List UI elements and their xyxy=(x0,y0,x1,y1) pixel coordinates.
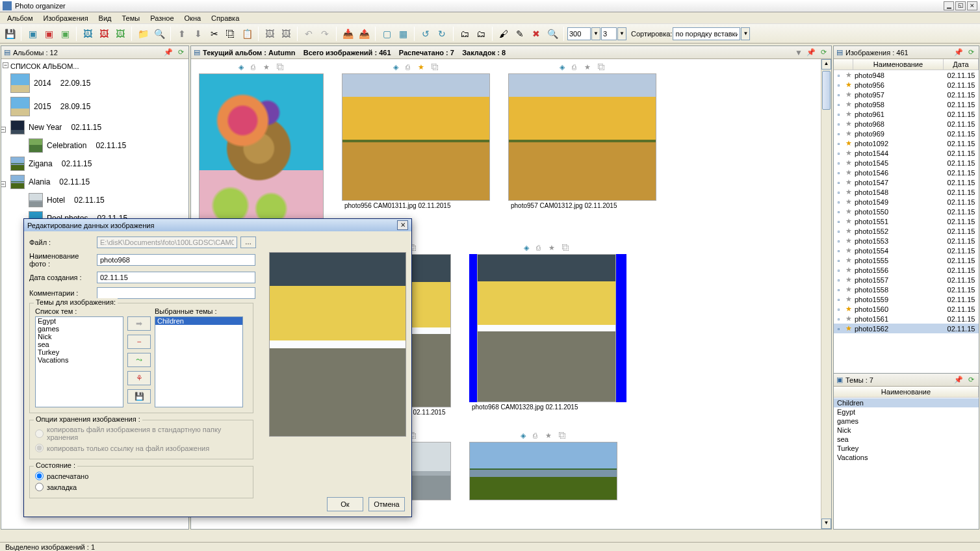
image-list-row[interactable]: ▫★photo96102.11.15 xyxy=(834,109,979,119)
browse-button[interactable]: … xyxy=(240,237,256,248)
image-list-row[interactable]: ▫★photo95702.11.15 xyxy=(834,90,979,99)
save-icon[interactable]: 💾 xyxy=(2,26,18,42)
star-icon[interactable]: ★ xyxy=(844,159,853,167)
image-list-row[interactable]: ▫★photo155202.11.15 xyxy=(834,226,979,236)
image-list-row[interactable]: ▫★photo156202.11.15 xyxy=(834,324,979,333)
image-list-row[interactable]: ▫★photo154702.11.15 xyxy=(834,177,979,187)
brush-icon[interactable]: 🖌 xyxy=(496,26,511,42)
image-add-icon[interactable]: 🖼 xyxy=(80,26,96,42)
image-list-row[interactable]: ▫★photo156102.11.15 xyxy=(834,314,979,324)
window-max-icon[interactable]: ◱ xyxy=(955,1,966,10)
theme-row[interactable]: Egypt xyxy=(834,407,979,416)
theme-row[interactable]: Children xyxy=(834,398,979,407)
sort-dd-icon[interactable]: ▼ xyxy=(741,27,750,40)
album-item[interactable]: Hotel02.11.15 xyxy=(27,191,188,209)
name-field[interactable] xyxy=(97,254,255,266)
image-list-row[interactable]: ▫★photo154802.11.15 xyxy=(834,187,979,197)
rotate-right-icon[interactable]: ↻ xyxy=(434,26,450,42)
eraser-icon[interactable]: ✖ xyxy=(528,26,544,42)
image-list-row[interactable]: ▫★photo155402.11.15 xyxy=(834,246,979,255)
pin-icon[interactable]: 📌 xyxy=(806,48,816,57)
star-icon[interactable]: ★ xyxy=(844,139,853,147)
star-icon[interactable]: ★ xyxy=(844,305,853,313)
layer-back-icon[interactable]: 🗂 xyxy=(473,26,489,42)
image-edit-icon[interactable]: 🖼 xyxy=(112,26,128,42)
theme-row[interactable]: Turkey xyxy=(834,444,979,453)
pin-icon[interactable]: 📌 xyxy=(953,48,964,57)
thumbnail-card[interactable]: ◈ ⎙ ★ ⿻photo968 CAM01328.jpg 02.11.2015 xyxy=(468,242,628,418)
theme-row[interactable]: Nick xyxy=(834,426,979,435)
cancel-button[interactable]: Отмена xyxy=(368,497,405,511)
themes-col-name[interactable]: Наименование xyxy=(834,387,979,397)
image-list-row[interactable]: ▫★photo155302.11.15 xyxy=(834,236,979,246)
star-icon[interactable]: ★ xyxy=(844,81,853,89)
star-icon[interactable]: ★ xyxy=(844,276,853,284)
undo-icon[interactable]: ↶ xyxy=(301,26,316,42)
redo-icon[interactable]: ↷ xyxy=(317,26,333,42)
image-list-row[interactable]: ▫★photo155102.11.15 xyxy=(834,216,979,226)
cut-icon[interactable]: ✂ xyxy=(207,26,222,42)
remove-theme-button[interactable]: − xyxy=(127,335,151,349)
menu-themes[interactable]: Темы xyxy=(117,14,146,23)
paste-icon[interactable]: 📋 xyxy=(239,26,255,42)
scrollbar[interactable]: ▲ ▼ xyxy=(821,59,831,529)
refresh-icon[interactable]: ⟳ xyxy=(966,48,976,57)
move-down-icon[interactable]: ⬇ xyxy=(190,26,206,42)
star-icon[interactable]: ★ xyxy=(844,314,853,323)
menu-windows[interactable]: Окна xyxy=(179,14,207,23)
pencil-icon[interactable]: ✎ xyxy=(512,26,528,42)
menu-view[interactable]: Вид xyxy=(94,14,117,23)
album-item[interactable]: Zigana02.11.15 xyxy=(9,155,188,173)
refresh-icon[interactable]: ⟳ xyxy=(175,48,186,57)
list-item[interactable]: Egypt xyxy=(36,317,123,325)
pin-icon[interactable]: 📌 xyxy=(953,376,964,385)
image-list-row[interactable]: ▫★photo154902.11.15 xyxy=(834,197,979,207)
rotate-left-icon[interactable]: ↺ xyxy=(418,26,433,42)
image-list-row[interactable]: ▫★photo94802.11.15 xyxy=(834,70,979,80)
album-item[interactable]: 201528.09.15 xyxy=(9,95,188,118)
image-single-icon[interactable]: 🖼 xyxy=(262,26,277,42)
share-theme-button[interactable]: ⤳ xyxy=(127,353,151,367)
col-date[interactable]: Дата xyxy=(944,59,979,70)
image-list-row[interactable]: ▫★photo155502.11.15 xyxy=(834,255,979,265)
refresh-icon[interactable]: ⟳ xyxy=(818,48,829,57)
image-list-row[interactable]: ▫★photo95802.11.15 xyxy=(834,99,979,109)
filter-icon[interactable]: ▼ xyxy=(793,48,804,57)
image-list-row[interactable]: ▫★photo154502.11.15 xyxy=(834,158,979,168)
star-icon[interactable]: ★ xyxy=(844,256,853,264)
link-theme-button[interactable]: ⚘ xyxy=(127,371,151,385)
theme-row[interactable]: sea xyxy=(834,435,979,444)
star-icon[interactable]: ★ xyxy=(844,129,853,138)
star-icon[interactable]: ★ xyxy=(844,207,853,216)
star-icon[interactable]: ★ xyxy=(844,71,853,79)
image-list-row[interactable]: ▫★photo155702.11.15 xyxy=(834,275,979,285)
cols-dd-icon[interactable]: ▼ xyxy=(617,27,626,40)
add-theme-button[interactable]: ➡ xyxy=(127,316,151,331)
star-icon[interactable]: ★ xyxy=(844,295,853,303)
album-delete-icon[interactable]: ▣ xyxy=(41,26,57,42)
zoom-icon[interactable]: 🔍 xyxy=(545,26,560,42)
image-list-row[interactable]: ▫★photo156002.11.15 xyxy=(834,304,979,314)
theme-list[interactable]: EgyptgamesNickseaTurkeyVacations xyxy=(35,316,123,407)
star-icon[interactable]: ★ xyxy=(844,217,853,225)
star-icon[interactable]: ★ xyxy=(844,198,853,206)
view-single-icon[interactable]: ▢ xyxy=(379,26,394,42)
list-item[interactable]: Vacations xyxy=(36,356,123,364)
album-add-icon[interactable]: ▣ xyxy=(25,26,40,42)
layer-fwd-icon[interactable]: 🗂 xyxy=(457,26,472,42)
album-item[interactable]: Celebration02.11.15 xyxy=(27,136,188,155)
search-icon[interactable]: 🔍 xyxy=(151,26,167,42)
view-grid-icon[interactable]: ▦ xyxy=(395,26,411,42)
thumbnail-card[interactable]: ◈ ⎙ ★ ⿻photo957 CAM01312.jpg 02.11.2015 xyxy=(507,62,660,231)
state-bookmark[interactable]: закладка xyxy=(35,481,248,493)
image-list-row[interactable]: ▫★photo95602.11.15 xyxy=(834,80,979,90)
star-icon[interactable]: ★ xyxy=(844,188,853,196)
transfer-in-icon[interactable]: 📥 xyxy=(340,26,355,42)
list-item[interactable]: sea xyxy=(36,340,123,348)
thumb-size-dd-icon[interactable]: ▼ xyxy=(591,27,600,40)
theme-row[interactable]: Vacations xyxy=(834,453,979,462)
list-item[interactable]: Turkey xyxy=(36,348,123,356)
star-icon[interactable]: ★ xyxy=(844,178,853,186)
star-icon[interactable]: ★ xyxy=(844,100,853,109)
window-min-icon[interactable]: ▁ xyxy=(944,1,954,10)
